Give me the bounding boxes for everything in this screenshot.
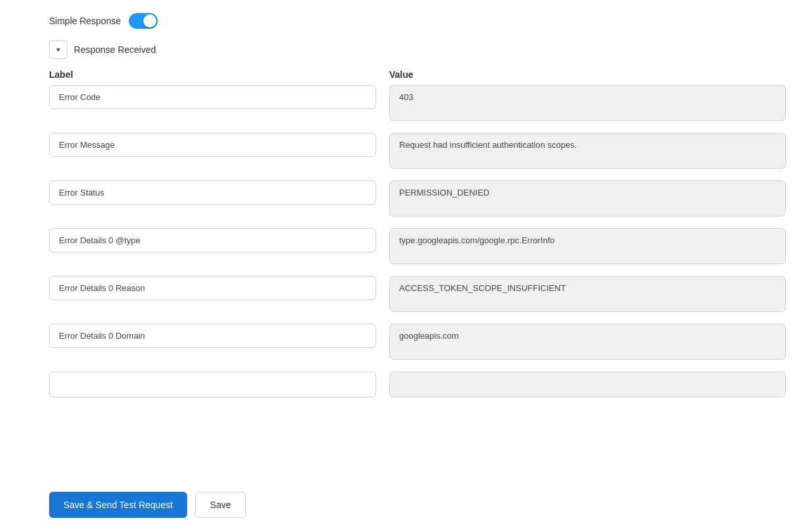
value-field-error-details-type: type.googleapis.com/google.rpc.ErrorInfo — [389, 228, 786, 267]
label-column-header: Label — [49, 69, 376, 80]
label-field-error-code — [49, 85, 376, 109]
page-container: Simple Response ▾ Response Received Labe… — [0, 0, 812, 531]
value-textarea-error-status[interactable]: PERMISSION_DENIED — [389, 180, 786, 216]
value-textarea-error-code[interactable]: 403 — [389, 85, 786, 121]
label-field-error-details-reason — [49, 276, 376, 300]
table-row: Request had insufficient authentication … — [49, 133, 786, 171]
chevron-down-icon: ▾ — [56, 45, 60, 54]
label-field-error-details-domain — [49, 324, 376, 348]
collapse-button[interactable]: ▾ — [49, 41, 67, 59]
label-input-error-details-type[interactable] — [49, 228, 376, 252]
value-textarea-error-details-domain[interactable]: googleapis.com — [389, 324, 786, 360]
label-input-error-details-reason[interactable] — [49, 276, 376, 300]
save-send-button[interactable]: Save & Send Test Request — [49, 492, 187, 518]
value-field-error-details-reason: ACCESS_TOKEN_SCOPE_INSUFFICIENT — [389, 276, 786, 315]
label-field-error-status — [49, 180, 376, 205]
label-input-error-status[interactable] — [49, 180, 376, 205]
response-received-row: ▾ Response Received — [49, 41, 792, 59]
response-received-label: Response Received — [74, 44, 156, 55]
label-field-error-details-type — [49, 228, 376, 252]
table-row — [49, 371, 786, 398]
label-input-error-details-domain[interactable] — [49, 324, 376, 348]
fields-scroll-container: 403 Request had insufficient authenticat… — [49, 85, 792, 483]
table-row: type.googleapis.com/google.rpc.ErrorInfo — [49, 228, 786, 267]
content-area: Simple Response ▾ Response Received Labe… — [0, 0, 812, 483]
label-field-error-message — [49, 133, 376, 157]
value-field-partial — [389, 371, 786, 398]
label-field-partial — [49, 371, 376, 398]
value-textarea-error-details-type[interactable]: type.googleapis.com/google.rpc.ErrorInfo — [389, 228, 786, 264]
table-row: ACCESS_TOKEN_SCOPE_INSUFFICIENT — [49, 276, 786, 315]
footer-area: Save & Send Test Request Save — [0, 483, 812, 531]
save-button[interactable]: Save — [195, 492, 246, 518]
label-input-error-message[interactable] — [49, 133, 376, 157]
table-row: PERMISSION_DENIED — [49, 180, 786, 219]
value-field-error-code: 403 — [389, 85, 786, 124]
label-input-partial[interactable] — [49, 371, 376, 398]
value-column-header: Value — [389, 69, 779, 80]
value-textarea-error-message[interactable]: Request had insufficient authentication … — [389, 133, 786, 169]
table-row: googleapis.com — [49, 324, 786, 362]
value-textarea-error-details-reason[interactable]: ACCESS_TOKEN_SCOPE_INSUFFICIENT — [389, 276, 786, 312]
value-field-error-status: PERMISSION_DENIED — [389, 180, 786, 219]
table-header-row: Label Value — [49, 69, 792, 80]
label-input-error-code[interactable] — [49, 85, 376, 109]
simple-response-row: Simple Response — [49, 13, 792, 29]
simple-response-toggle[interactable] — [129, 13, 158, 29]
value-textarea-partial[interactable] — [389, 371, 786, 398]
table-row: 403 — [49, 85, 786, 124]
simple-response-label: Simple Response — [49, 16, 121, 26]
value-field-error-message: Request had insufficient authentication … — [389, 133, 786, 171]
value-field-error-details-domain: googleapis.com — [389, 324, 786, 362]
fields-inner-scroll[interactable]: 403 Request had insufficient authenticat… — [49, 85, 792, 483]
